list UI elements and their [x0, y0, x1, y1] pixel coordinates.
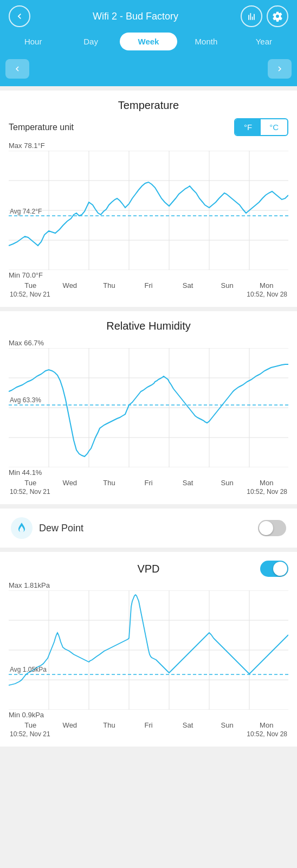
- vpd-day-5: Sun: [208, 721, 247, 729]
- temp-min: Min 70.0°F: [9, 271, 288, 279]
- hum-day-4: Sat: [168, 479, 208, 487]
- humidity-date-start: 10:52, Nov 21: [10, 488, 50, 496]
- next-button[interactable]: [268, 59, 292, 79]
- vpd-date-range: 10:52, Nov 21 10:52, Nov 28: [9, 730, 288, 738]
- day-label-6: Mon: [247, 281, 286, 290]
- dew-point-icon: [11, 517, 33, 539]
- vpd-header: VPD: [9, 561, 288, 577]
- svg-text:Avg 63.3%: Avg 63.3%: [10, 396, 41, 404]
- dew-point-text: Dew Point: [39, 523, 83, 534]
- vpd-day-4: Sat: [168, 721, 208, 729]
- prev-button[interactable]: [5, 59, 29, 79]
- back-button[interactable]: [9, 5, 30, 27]
- hum-day-5: Sun: [208, 479, 247, 487]
- svg-text:Avg 1.05kPa: Avg 1.05kPa: [10, 666, 47, 673]
- dew-point-label-group: Dew Point: [11, 517, 83, 539]
- temp-date-end: 10:52, Nov 28: [247, 291, 287, 298]
- humidity-min: Min 44.1%: [9, 468, 288, 477]
- vpd-day-1: Wed: [50, 721, 90, 729]
- dew-point-section: Dew Point: [0, 509, 297, 548]
- hum-day-0: Tue: [11, 479, 50, 487]
- humidity-chart: Avg 63.3%: [9, 348, 288, 467]
- unit-label: Temperature unit: [9, 123, 74, 132]
- temp-day-labels: Tue Wed Thu Fri Sat Sun Mon: [9, 281, 288, 290]
- tab-year[interactable]: Year: [235, 33, 293, 50]
- svg-point-26: [20, 529, 21, 530]
- day-label-2: Thu: [89, 281, 129, 290]
- dew-point-toggle-knob: [259, 521, 273, 535]
- temp-date-range: 10:52, Nov 21 10:52, Nov 28: [9, 291, 288, 298]
- humidity-day-labels: Tue Wed Thu Fri Sat Sun Mon: [9, 479, 288, 487]
- svg-text:Avg 74.2°F: Avg 74.2°F: [10, 208, 42, 215]
- day-label-0: Tue: [11, 281, 50, 290]
- vpd-max: Max 1.81kPa: [9, 581, 288, 589]
- temperature-title: Temperature: [9, 99, 288, 112]
- unit-row: Temperature unit °F °C: [9, 118, 288, 136]
- vpd-section: VPD Max 1.81kPa Avg 1.05kPa Mi: [0, 552, 297, 747]
- vpd-min: Min 0.9kPa: [9, 711, 288, 719]
- hum-day-3: Fri: [129, 479, 169, 487]
- humidity-date-end: 10:52, Nov 28: [247, 488, 287, 496]
- vpd-chart: Avg 1.05kPa: [9, 590, 288, 710]
- humidity-section: Relative Humidity Max 66.7% Avg 63.3% Mi…: [0, 311, 297, 504]
- vpd-toggle[interactable]: [260, 561, 288, 577]
- temperature-chart: Avg 74.2°F: [9, 151, 288, 270]
- tab-day[interactable]: Day: [62, 33, 119, 50]
- vpd-day-labels: Tue Wed Thu Fri Sat Sun Mon: [9, 721, 288, 729]
- temp-date-start: 10:52, Nov 21: [10, 291, 50, 298]
- settings-icon-button[interactable]: [267, 5, 288, 27]
- vpd-toggle-knob: [273, 562, 287, 576]
- nav-row: [0, 56, 297, 86]
- humidity-max: Max 66.7%: [9, 339, 288, 347]
- header-title: Wifi 2 - Bud Factory: [93, 11, 178, 22]
- tab-week[interactable]: Week: [120, 33, 177, 50]
- vpd-day-6: Mon: [247, 721, 286, 729]
- chart-icon-button[interactable]: [241, 5, 262, 27]
- vpd-title: VPD: [102, 563, 195, 575]
- humidity-date-range: 10:52, Nov 21 10:52, Nov 28: [9, 488, 288, 496]
- vpd-day-2: Thu: [89, 721, 129, 729]
- tab-hour[interactable]: Hour: [4, 33, 62, 50]
- tab-month[interactable]: Month: [177, 33, 235, 50]
- day-label-4: Sat: [168, 281, 208, 290]
- temp-max: Max 78.1°F: [9, 142, 288, 150]
- humidity-title: Relative Humidity: [9, 320, 288, 332]
- unit-toggle: °F °C: [234, 118, 288, 136]
- temperature-section: Temperature Temperature unit °F °C Max 7…: [0, 91, 297, 307]
- header: Wifi 2 - Bud Factory: [0, 0, 297, 33]
- unit-f-button[interactable]: °F: [235, 119, 261, 135]
- day-label-5: Sun: [208, 281, 247, 290]
- hum-day-2: Thu: [89, 479, 129, 487]
- day-label-3: Fri: [129, 281, 169, 290]
- hum-day-1: Wed: [50, 479, 90, 487]
- vpd-day-3: Fri: [129, 721, 169, 729]
- day-label-1: Wed: [50, 281, 90, 290]
- dew-point-toggle[interactable]: [258, 520, 286, 536]
- vpd-date-start: 10:52, Nov 21: [10, 730, 50, 738]
- hum-day-6: Mon: [247, 479, 286, 487]
- vpd-date-end: 10:52, Nov 28: [247, 730, 287, 738]
- time-tabs: Hour Day Week Month Year: [0, 33, 297, 56]
- unit-c-button[interactable]: °C: [261, 119, 287, 135]
- vpd-day-0: Tue: [11, 721, 50, 729]
